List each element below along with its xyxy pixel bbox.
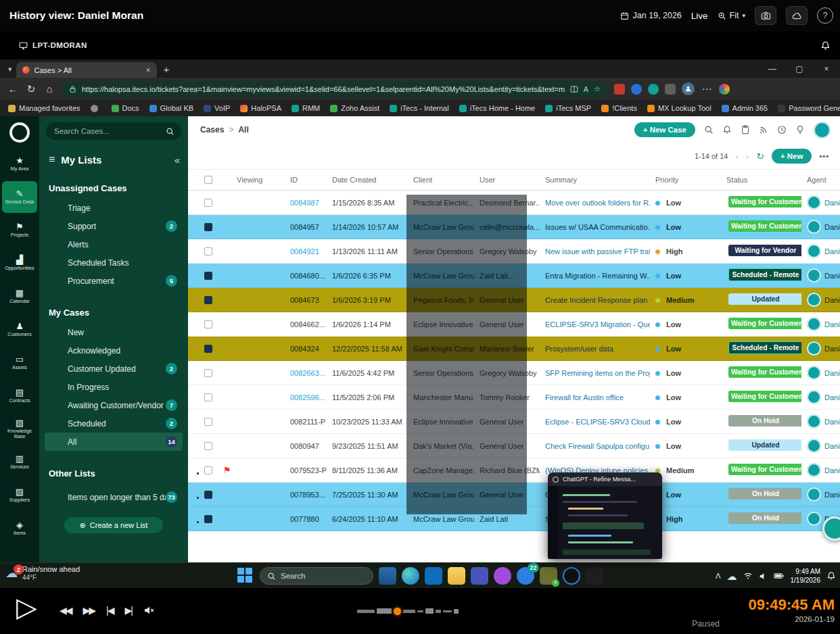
favorite-item[interactable]: iTecs MSP [545, 104, 591, 112]
skip-start-button[interactable]: |◀ [106, 605, 113, 616]
favorite-item[interactable]: Admin 365 [722, 104, 768, 112]
wifi-icon[interactable] [743, 572, 753, 580]
status-badge[interactable]: Scheduled - Remote [728, 341, 801, 354]
row-checkbox[interactable] [204, 418, 212, 426]
rail-item[interactable]: ◈ Items [2, 512, 37, 544]
timeline-position-knob[interactable] [394, 608, 401, 615]
search-cases-box[interactable] [46, 122, 181, 140]
adblock-extension-icon[interactable] [614, 84, 625, 95]
status-badge[interactable]: Waiting for Customer [728, 318, 801, 329]
status-badge[interactable]: Waiting for Customer [728, 464, 801, 475]
case-id[interactable]: 0079523-P [290, 466, 327, 474]
col-header-summary[interactable]: Summary [540, 176, 650, 184]
col-header-agent[interactable]: Agent [801, 176, 840, 184]
people-app-icon[interactable]: 22 [517, 567, 534, 585]
extension-icon-teal[interactable] [648, 84, 659, 95]
bulb-icon[interactable] [795, 125, 805, 135]
copilot-icon[interactable] [719, 84, 730, 95]
row-checkbox[interactable] [204, 369, 212, 377]
status-badge[interactable]: Waiting for Customer [728, 366, 801, 378]
row-checkbox[interactable] [204, 466, 212, 474]
sidebar-list-item[interactable]: New [45, 323, 183, 341]
favorite-item[interactable]: RMM [291, 104, 320, 112]
search-cases-input[interactable] [53, 126, 162, 136]
case-summary-link[interactable]: Eclipse - ECLIPSE-SRV3 Cloud Mi... [545, 418, 650, 426]
live-button[interactable]: Live [691, 11, 708, 21]
notification-center-bell-icon[interactable] [826, 571, 836, 581]
status-badge[interactable]: On Hold [728, 415, 801, 426]
rail-item[interactable]: ▟ Opportunities [2, 247, 37, 279]
edge-icon[interactable] [402, 567, 419, 585]
extensions-puzzle-icon[interactable] [665, 84, 676, 95]
clipboard-icon[interactable] [741, 125, 750, 135]
rail-item[interactable]: ♟ Customers [2, 314, 37, 345]
breadcrumb-root[interactable]: Cases [200, 125, 224, 135]
cloud-button[interactable] [786, 6, 808, 25]
favorite-item[interactable] [91, 105, 101, 112]
rail-item[interactable]: ★ My Area [2, 148, 37, 180]
case-summary-link[interactable]: Firewall for Austin office [545, 393, 624, 401]
favorite-item[interactable]: HaloPSA [240, 104, 281, 112]
favorite-item[interactable]: iTecs Home - Home [459, 104, 536, 112]
row-checkbox[interactable] [204, 247, 212, 255]
teams-icon[interactable] [471, 567, 488, 585]
case-summary-link[interactable]: Issues w/ USAA Communicatio... [545, 223, 650, 231]
browser-tab[interactable]: Cases > All × [16, 62, 157, 78]
col-header-client[interactable]: Client [408, 176, 474, 184]
terminal-icon[interactable] [586, 567, 603, 585]
favorite-item[interactable]: Docs [112, 104, 139, 112]
rail-item[interactable]: ▭ Assets [2, 347, 37, 379]
col-header-date-created[interactable]: Date Created [327, 176, 408, 184]
case-summary-link[interactable]: Move over outlook folders for R... [545, 199, 650, 207]
skip-end-button[interactable]: ▶| [125, 605, 132, 616]
case-summary-link[interactable]: Check Firewall Sapulpa configu... [545, 442, 650, 450]
favorite-item[interactable]: !Clients [601, 104, 637, 112]
window-close-button[interactable]: × [813, 64, 840, 74]
sidebar-list-item[interactable]: Alerts [45, 235, 183, 253]
sidebar-list-item[interactable]: Awaiting Customer/Vendor 7 [45, 396, 183, 414]
case-id[interactable]: 0084662... [290, 320, 325, 328]
rewind-button[interactable]: ◀◀ [60, 605, 72, 616]
rail-item[interactable]: ▤ Contracts [2, 380, 37, 412]
favorite-item[interactable]: MX Lookup Tool [647, 104, 711, 112]
halo-logo[interactable] [9, 122, 30, 143]
sidebar-list-item[interactable]: Customer Updated 2 [45, 360, 183, 378]
status-badge[interactable]: Waiting for Customer [728, 391, 801, 402]
collapse-panel-icon[interactable]: « [174, 154, 180, 166]
sidebar-list-item[interactable]: In Progress [45, 378, 183, 396]
window-minimize-button[interactable]: — [759, 64, 786, 74]
status-badge[interactable]: Updated [728, 439, 801, 451]
favorite-item[interactable]: Password Generator [778, 104, 840, 112]
favorite-item[interactable]: Zoho Assist [330, 104, 379, 112]
row-checkbox[interactable] [204, 296, 212, 304]
new-case-button[interactable]: + New Case [634, 122, 695, 137]
status-badge[interactable]: On Hold [728, 512, 801, 524]
case-id[interactable]: 0084324 [290, 345, 319, 353]
row-checkbox[interactable] [204, 393, 212, 401]
start-button[interactable] [237, 567, 254, 585]
case-summary-link[interactable]: SFP Remining items on the Proje... [545, 369, 650, 377]
rail-item[interactable]: ✎ Service Desk [2, 181, 37, 213]
sidebar-list-item[interactable]: All 14 [45, 433, 183, 451]
case-id[interactable]: 0084957 [290, 223, 319, 231]
case-id[interactable]: 0084987 [290, 199, 319, 207]
url-field[interactable]: https://halopsa.itecs.io/tickets?area=1&… [62, 81, 608, 97]
status-badge[interactable]: Waiting for Vendor [728, 245, 801, 256]
page-prev-chevron[interactable]: ‹ [735, 151, 738, 162]
case-id[interactable]: 0078953... [290, 491, 325, 499]
read-aloud-icon[interactable]: A [584, 85, 588, 93]
fit-zoom-dropdown[interactable]: Fit ▾ [718, 11, 745, 20]
sidebar-list-item[interactable]: Procurement 5 [45, 272, 183, 290]
clock-icon[interactable] [777, 125, 787, 135]
rail-item[interactable]: ▧ Knowledge Base [2, 413, 37, 445]
sidebar-list-item[interactable]: Scheduled 2 [45, 414, 183, 433]
row-checkbox[interactable] [204, 515, 212, 523]
favorite-star-icon[interactable]: ☆ [594, 84, 601, 93]
info-app-icon[interactable] [563, 567, 580, 585]
rail-item[interactable]: ▨ Suppliers [2, 479, 37, 511]
select-all-checkbox[interactable] [204, 176, 212, 184]
outlook-icon[interactable] [425, 567, 442, 585]
case-id[interactable]: 0084673 [290, 296, 319, 304]
sidebar-list-item[interactable]: Support 2 [45, 217, 183, 235]
screenshot-button[interactable] [755, 6, 776, 25]
